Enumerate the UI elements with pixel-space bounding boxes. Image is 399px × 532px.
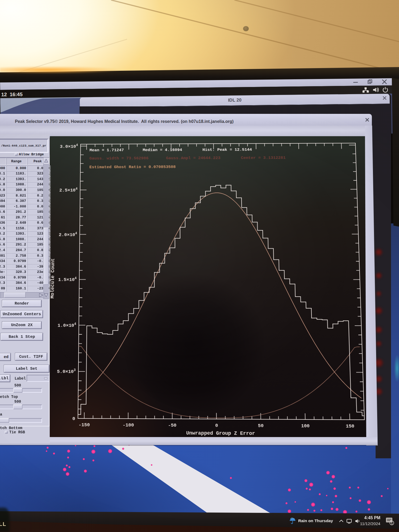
- svg-text:2.5×104: 2.5×104: [59, 187, 77, 193]
- svg-text:2.0×104: 2.0×104: [59, 231, 77, 237]
- svg-text:Center = 3.1312281: Center = 3.1312281: [241, 155, 286, 160]
- svg-text:150: 150: [346, 423, 355, 429]
- svg-text:1: 1: [391, 521, 393, 525]
- svg-text:Unwrapped Group Z Error: Unwrapped Group Z Error: [186, 430, 255, 436]
- svg-text:5.0×103: 5.0×103: [57, 368, 76, 374]
- svg-text:1.5×104: 1.5×104: [58, 276, 77, 282]
- svg-text:Gauss.Ampl = 24644.223: Gauss.Ampl = 24644.223: [166, 156, 221, 161]
- svg-text:50: 50: [258, 423, 264, 429]
- svg-text:100: 100: [301, 423, 310, 429]
- svg-text:0: 0: [72, 416, 75, 421]
- svg-text:1.0×104: 1.0×104: [57, 322, 76, 328]
- svg-text:0: 0: [215, 423, 218, 429]
- svg-text:Estimated Ghost Ratio = 0.07: Estimated Ghost Ratio = 0.070853508: [89, 164, 176, 169]
- svg-text:Hist. Peak = 12.5144: Hist. Peak = 12.5144: [202, 147, 252, 152]
- svg-text:Molecule Count: Molecule Count: [49, 258, 56, 298]
- svg-text:-150: -150: [78, 422, 90, 428]
- svg-text:-100: -100: [123, 422, 134, 428]
- svg-text:Median = 4.16094: Median = 4.16094: [143, 148, 182, 152]
- svg-text:Mean = 1.71247: Mean = 1.71247: [89, 148, 124, 152]
- svg-text:Gauss. width = 73.562986: Gauss. width = 73.562986: [89, 156, 148, 161]
- svg-text:3.0×104: 3.0×104: [60, 143, 78, 149]
- svg-text:-50: -50: [168, 423, 177, 428]
